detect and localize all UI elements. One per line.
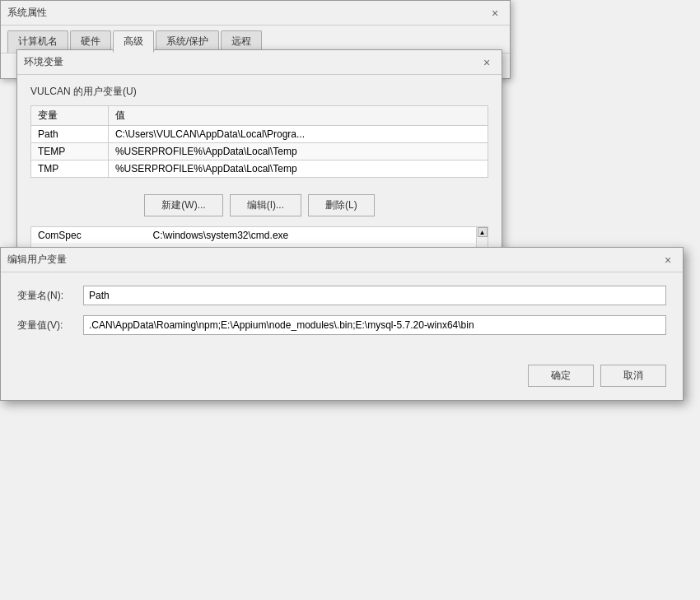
edit-dialog-close-btn[interactable]: ×: [660, 252, 676, 268]
user-vars-table: 变量 值 Path C:\Users\VULCAN\AppData\Local\…: [30, 105, 488, 178]
edit-cancel-button[interactable]: 取消: [600, 365, 666, 387]
edit-dialog-title: 编辑用户变量: [7, 253, 67, 267]
user-row-0-val: C:\Users\VULCAN\AppData\Local\Progra...: [108, 126, 488, 143]
table-row[interactable]: TMP %USERPROFILE%\AppData\Local\Temp: [31, 160, 488, 178]
tab-advanced[interactable]: 高级: [113, 30, 154, 53]
user-new-button[interactable]: 新建(W)...: [144, 194, 222, 216]
sys-row-0-val: C:\windows\system32\cmd.exe: [147, 227, 477, 244]
var-value-input[interactable]: [83, 315, 666, 335]
edit-dialog-buttons: 确定 取消: [1, 358, 683, 400]
edit-dialog-titlebar: 编辑用户变量 ×: [1, 248, 683, 272]
sys-row-0-var: ComSpec: [31, 227, 147, 244]
user-row-1-val: %USERPROFILE%\AppData\Local\Temp: [108, 143, 488, 160]
user-row-1-var: TEMP: [31, 143, 109, 160]
var-name-label: 变量名(N):: [17, 289, 83, 303]
var-value-row: 变量值(V):: [17, 315, 666, 335]
sys-props-titlebar: 系统属性 ×: [1, 1, 510, 26]
table-row[interactable]: TEMP %USERPROFILE%\AppData\Local\Temp: [31, 143, 488, 160]
user-edit-button[interactable]: 编辑(I)...: [230, 194, 301, 216]
var-name-row: 变量名(N):: [17, 286, 666, 305]
edit-dialog: 编辑用户变量 × 变量名(N): 变量值(V): 确定 取消: [0, 247, 684, 401]
env-vars-close-btn[interactable]: ×: [478, 54, 495, 71]
table-row[interactable]: Path C:\Users\VULCAN\AppData\Local\Progr…: [31, 126, 488, 143]
user-row-0-var: Path: [31, 126, 109, 143]
sys-props-close-btn[interactable]: ×: [487, 5, 503, 21]
user-row-2-var: TMP: [31, 160, 109, 178]
scroll-up-arrow[interactable]: ▲: [478, 227, 488, 237]
edit-confirm-button[interactable]: 确定: [528, 365, 594, 387]
env-vars-titlebar: 环境变量 ×: [17, 50, 502, 75]
user-delete-button[interactable]: 删除(L): [308, 194, 375, 216]
var-value-label: 变量值(V):: [17, 319, 83, 333]
edit-dialog-body: 变量名(N): 变量值(V):: [1, 272, 683, 358]
var-name-input[interactable]: [83, 286, 666, 305]
env-vars-title: 环境变量: [24, 55, 63, 69]
user-vars-section: VULCAN 的用户变量(U) 变量 值 Path C:\Users\VULCA…: [17, 75, 502, 188]
user-vars-buttons: 新建(W)... 编辑(I)... 删除(L): [17, 188, 502, 223]
user-col-var: 变量: [31, 106, 109, 126]
user-row-2-val: %USERPROFILE%\AppData\Local\Temp: [108, 160, 488, 178]
user-col-val: 值: [108, 106, 488, 126]
sys-props-title: 系统属性: [7, 6, 47, 20]
user-vars-title: VULCAN 的用户变量(U): [30, 85, 488, 99]
table-row[interactable]: ComSpec C:\windows\system32\cmd.exe: [31, 227, 477, 244]
